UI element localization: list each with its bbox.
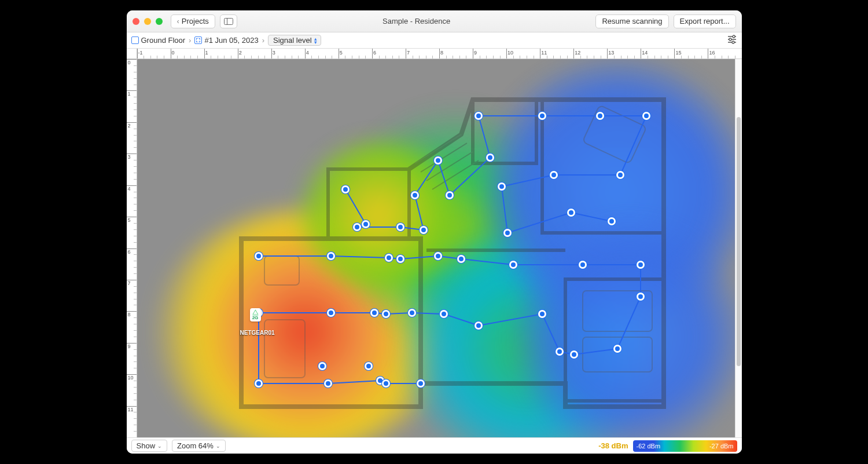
- ruler-horizontal: -101234567891011121314151617: [137, 49, 742, 59]
- svg-rect-0: [224, 18, 233, 24]
- svg-point-5: [729, 38, 731, 41]
- back-projects-button[interactable]: ‹ Projects: [171, 14, 215, 28]
- heatmap-canvas[interactable]: ⧋ 2G NETGEAR01: [137, 59, 735, 437]
- survey-point[interactable]: [385, 254, 393, 262]
- sidebar-icon: [224, 18, 233, 25]
- survey-point[interactable]: [613, 345, 621, 353]
- svg-point-7: [732, 41, 734, 43]
- survey-point[interactable]: [440, 310, 448, 318]
- survey-point[interactable]: [642, 112, 650, 120]
- survey-point[interactable]: [579, 261, 587, 269]
- survey-point[interactable]: [434, 156, 442, 165]
- ruler-vertical: 01234567891011: [127, 59, 137, 437]
- survey-point[interactable]: [370, 309, 378, 317]
- chevron-right-icon: ›: [262, 36, 264, 45]
- survey-point[interactable]: [498, 182, 506, 191]
- survey-point[interactable]: [255, 252, 263, 260]
- chevron-down-icon: ⌄: [157, 443, 162, 449]
- survey-point[interactable]: [353, 223, 361, 231]
- bottom-bar: Show ⌄ Zoom 64% ⌄ -38 dBm -62 dBm -27 dB…: [127, 437, 742, 454]
- survey-point[interactable]: [362, 220, 370, 228]
- ap-name: NETGEAR01: [240, 330, 275, 336]
- floor-icon: [131, 36, 139, 44]
- window-title: Sample - Residence: [382, 17, 450, 25]
- survey-point[interactable]: [475, 112, 483, 120]
- survey-point[interactable]: [457, 255, 465, 263]
- stepper-icon: ▴▾: [314, 37, 317, 44]
- chevron-down-icon: ⌄: [216, 443, 220, 449]
- survey-point[interactable]: [417, 379, 425, 388]
- zoom-icon[interactable]: [156, 18, 163, 25]
- view-options-button[interactable]: [727, 34, 737, 46]
- access-point-badge[interactable]: ⧋ 2G: [250, 308, 261, 321]
- window-controls: [133, 18, 163, 25]
- survey-point[interactable]: [608, 217, 616, 225]
- close-icon[interactable]: [133, 18, 139, 25]
- show-menu-button[interactable]: Show ⌄: [131, 440, 168, 452]
- survey-point[interactable]: [567, 209, 575, 217]
- survey-point[interactable]: [324, 379, 332, 388]
- survey-point[interactable]: [396, 223, 404, 231]
- survey-point[interactable]: [637, 261, 645, 269]
- snapshot-icon: [194, 36, 202, 44]
- sliders-icon: [727, 34, 737, 45]
- legend-gradient: -62 dBm -27 dBm: [633, 440, 737, 452]
- survey-point[interactable]: [538, 310, 546, 318]
- survey-point[interactable]: [550, 171, 558, 179]
- survey-point[interactable]: [570, 350, 578, 359]
- survey-point[interactable]: [341, 185, 350, 193]
- survey-point[interactable]: [503, 229, 512, 237]
- survey-point[interactable]: [327, 252, 335, 260]
- breadcrumb-bar: Ground Floor › #1 Jun 05, 2023 › Signal …: [127, 32, 742, 49]
- survey-point[interactable]: [365, 362, 373, 370]
- export-report-button[interactable]: Export report...: [674, 14, 736, 28]
- ruler-row: -101234567891011121314151617: [127, 49, 742, 59]
- survey-point[interactable]: [255, 379, 263, 388]
- survey-point[interactable]: [382, 310, 390, 318]
- back-label: Projects: [182, 17, 209, 25]
- survey-point[interactable]: [408, 309, 416, 317]
- resume-scanning-button[interactable]: Resume scanning: [595, 14, 668, 28]
- minimize-icon[interactable]: [144, 18, 151, 25]
- survey-point[interactable]: [475, 321, 483, 330]
- survey-point[interactable]: [637, 293, 645, 301]
- ap-band: 2G: [252, 315, 259, 320]
- survey-point[interactable]: [538, 112, 546, 120]
- legend-min: -62 dBm: [637, 443, 661, 450]
- survey-point[interactable]: [434, 252, 442, 260]
- legend-current-value: -38 dBm: [598, 441, 628, 450]
- app-window: ‹ Projects Sample - Residence Resume sca…: [127, 10, 742, 454]
- svg-point-3: [733, 35, 735, 38]
- canvas-row: 01234567891011: [127, 59, 742, 437]
- scrollbar-thumb[interactable]: [737, 117, 741, 366]
- survey-point[interactable]: [420, 226, 428, 234]
- survey-point[interactable]: [318, 362, 326, 370]
- legend-max: -27 dBm: [709, 443, 734, 450]
- sidebar-toggle-button[interactable]: [220, 14, 237, 28]
- survey-point[interactable]: [327, 309, 335, 317]
- breadcrumb-floor[interactable]: Ground Floor: [131, 36, 186, 45]
- survey-point[interactable]: [486, 154, 494, 162]
- survey-point[interactable]: [596, 112, 604, 120]
- survey-point[interactable]: [509, 261, 517, 269]
- signal-legend: -38 dBm -62 dBm -27 dBm: [598, 440, 737, 452]
- survey-point[interactable]: [411, 191, 419, 199]
- canvas-inner: ⧋ 2G NETGEAR01: [137, 59, 735, 437]
- survey-point[interactable]: [616, 171, 624, 179]
- survey-point[interactable]: [382, 379, 390, 388]
- visualization-selector[interactable]: Signal level ▴▾: [268, 35, 321, 46]
- survey-point[interactable]: [446, 191, 454, 199]
- survey-point[interactable]: [396, 255, 404, 263]
- zoom-menu-button[interactable]: Zoom 64% ⌄: [172, 440, 226, 452]
- wifi-icon: ⧋: [252, 309, 259, 315]
- titlebar: ‹ Projects Sample - Residence Resume sca…: [127, 10, 742, 32]
- scrollbar-vertical[interactable]: [735, 59, 742, 437]
- chevron-left-icon: ‹: [177, 17, 179, 25]
- survey-point[interactable]: [556, 348, 564, 356]
- chevron-right-icon: ›: [189, 36, 191, 45]
- breadcrumb-snapshot[interactable]: #1 Jun 05, 2023: [194, 36, 258, 45]
- ruler-corner: [127, 49, 137, 59]
